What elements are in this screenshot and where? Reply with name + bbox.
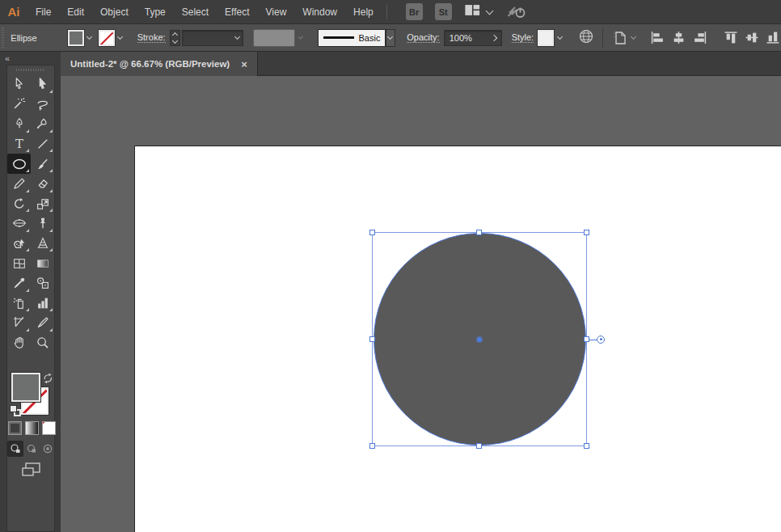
- document-setup-globe[interactable]: [578, 28, 594, 48]
- style-dropdown[interactable]: [538, 30, 565, 46]
- handle-top-right[interactable]: [584, 230, 589, 235]
- tool-eyedropper[interactable]: [7, 273, 31, 293]
- fill-swatch[interactable]: [68, 30, 84, 46]
- tool-slice[interactable]: [31, 313, 54, 333]
- menu-effect[interactable]: Effect: [217, 0, 257, 24]
- tool-scale[interactable]: [31, 194, 54, 214]
- tool-shape-builder[interactable]: [7, 234, 31, 254]
- none-mode-button[interactable]: [42, 421, 56, 435]
- canvas-area[interactable]: [61, 76, 781, 532]
- stroke-panel-link[interactable]: Stroke:: [137, 32, 166, 43]
- handle-top-middle[interactable]: [476, 230, 482, 235]
- close-tab-icon[interactable]: ×: [241, 58, 247, 70]
- stock-button[interactable]: St: [435, 3, 452, 20]
- menu-help[interactable]: Help: [345, 0, 382, 24]
- tool-pen[interactable]: [7, 114, 31, 134]
- handle-middle-right[interactable]: [584, 336, 589, 342]
- menu-select[interactable]: Select: [174, 0, 217, 24]
- stroke-color-dropdown[interactable]: [99, 30, 126, 46]
- style-swatch[interactable]: [538, 30, 554, 46]
- document-tab-bar: Untitled-2* @ 66.67% (RGB/Preview) ×: [61, 52, 781, 76]
- default-fill-stroke-icon[interactable]: [10, 405, 21, 416]
- tool-width[interactable]: [7, 213, 31, 234]
- style-panel-link[interactable]: Style:: [512, 32, 534, 43]
- tool-puppet-warp[interactable]: [31, 213, 54, 234]
- shape-center-point[interactable]: [477, 337, 482, 342]
- screen-mode-button[interactable]: [21, 462, 42, 481]
- menu-object[interactable]: Object: [92, 0, 137, 24]
- gradient-icon: [36, 256, 50, 271]
- brush-definition-dropdown[interactable]: [253, 29, 295, 47]
- profile-dropdown-button[interactable]: [386, 29, 396, 47]
- tool-perspective-grid[interactable]: [31, 234, 54, 254]
- stepper-down-icon[interactable]: [172, 37, 178, 43]
- tool-type[interactable]: T: [7, 134, 31, 154]
- gpu-performance-button[interactable]: [507, 4, 526, 19]
- handle-bottom-right[interactable]: [584, 443, 589, 449]
- handle-middle-left[interactable]: [369, 336, 375, 342]
- tool-selection[interactable]: [7, 74, 31, 95]
- align-bottom-button[interactable]: [766, 31, 781, 44]
- collapse-panel-button[interactable]: «: [5, 53, 9, 63]
- stepper-up-icon[interactable]: [172, 32, 178, 37]
- tool-hand[interactable]: [7, 333, 31, 353]
- panel-grip[interactable]: [2, 27, 4, 49]
- bridge-button[interactable]: Br: [406, 3, 423, 20]
- toolbar-grip[interactable]: [16, 69, 45, 71]
- align-left-button[interactable]: [650, 31, 665, 44]
- handle-bottom-left[interactable]: [369, 443, 375, 449]
- tool-eraser[interactable]: [31, 174, 54, 194]
- opacity-forward-button[interactable]: [489, 30, 499, 46]
- fill-color-dropdown[interactable]: [68, 30, 95, 46]
- menu-window[interactable]: Window: [294, 0, 345, 24]
- align-top-button[interactable]: [724, 31, 739, 44]
- stroke-none-swatch[interactable]: [99, 30, 115, 46]
- align-vcenter-button[interactable]: [745, 31, 760, 44]
- tool-ellipse[interactable]: [7, 154, 31, 174]
- slice-knife-icon: [36, 315, 50, 330]
- tool-column-graph[interactable]: [31, 293, 54, 314]
- tool-gradient[interactable]: [31, 253, 54, 273]
- opacity-panel-link[interactable]: Opacity:: [407, 32, 439, 43]
- globe-icon: [578, 28, 594, 44]
- tool-artboard[interactable]: [7, 313, 31, 333]
- tool-blend[interactable]: [31, 273, 54, 293]
- chevron-down-icon: [631, 34, 636, 40]
- selection-bounding-box[interactable]: [372, 232, 587, 446]
- tool-paintbrush[interactable]: [31, 154, 54, 174]
- gradient-mode-button[interactable]: [25, 421, 39, 435]
- width-profile-dropdown[interactable]: Basic: [318, 29, 386, 47]
- workspace-switcher[interactable]: [465, 4, 492, 19]
- live-shape-rotate-widget[interactable]: [597, 336, 605, 344]
- handle-bottom-middle[interactable]: [476, 443, 482, 449]
- menu-file[interactable]: File: [27, 0, 59, 24]
- tool-symbol-sprayer[interactable]: [7, 293, 31, 314]
- stroke-width-dropdown[interactable]: [182, 30, 243, 46]
- tool-curvature[interactable]: [31, 114, 54, 134]
- handle-top-left[interactable]: [369, 230, 375, 235]
- document-tab[interactable]: Untitled-2* @ 66.67% (RGB/Preview) ×: [61, 52, 258, 76]
- draw-inside-button[interactable]: [40, 441, 56, 457]
- tool-direct-selection[interactable]: [31, 74, 54, 95]
- svg-text:T: T: [15, 137, 23, 150]
- tool-magic-wand[interactable]: [7, 95, 31, 115]
- opacity-field[interactable]: 100%: [444, 30, 502, 46]
- tool-lasso[interactable]: [31, 95, 54, 115]
- menu-type[interactable]: Type: [137, 0, 174, 24]
- tool-line-segment[interactable]: [31, 134, 54, 154]
- fill-color-swatch[interactable]: [11, 373, 40, 402]
- menu-view[interactable]: View: [258, 0, 295, 24]
- stroke-width-stepper[interactable]: [170, 30, 181, 46]
- tool-rotate[interactable]: [7, 194, 31, 214]
- tool-mesh[interactable]: [7, 253, 31, 273]
- align-right-button[interactable]: [692, 31, 707, 44]
- tool-pencil[interactable]: [7, 174, 31, 194]
- swap-fill-stroke-icon[interactable]: [42, 373, 54, 387]
- draw-behind-button[interactable]: [23, 441, 40, 457]
- color-mode-button[interactable]: [8, 421, 22, 435]
- artboard-options-button[interactable]: [611, 30, 635, 46]
- menu-edit[interactable]: Edit: [59, 0, 92, 24]
- tool-zoom[interactable]: [31, 333, 54, 353]
- draw-normal-button[interactable]: [7, 441, 23, 457]
- align-center-button[interactable]: [671, 31, 686, 44]
